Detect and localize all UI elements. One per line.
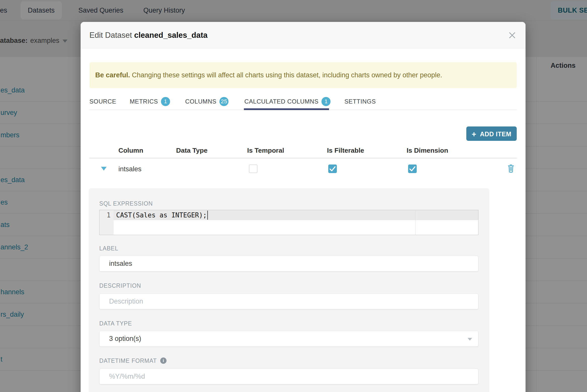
tab-label: SETTINGS bbox=[344, 98, 376, 105]
header-data-type: Data Type bbox=[176, 146, 208, 154]
tab-metrics[interactable]: METRICS1 bbox=[130, 96, 170, 107]
plus-icon: + bbox=[472, 130, 476, 139]
is-dimension-checkbox[interactable] bbox=[408, 165, 417, 173]
column-name: intsales bbox=[118, 165, 142, 174]
sql-code-text: CAST(Sales as INTEGER); bbox=[116, 211, 207, 219]
datetime-format-input[interactable]: %Y/%m/%d bbox=[99, 369, 478, 384]
is-filterable-checkbox[interactable] bbox=[328, 165, 337, 173]
tab-columns[interactable]: COLUMNS25 bbox=[185, 96, 229, 107]
datetime-format-label: DATETIME FORMATi bbox=[99, 357, 167, 364]
calculated-column-detail-panel: SQL EXPRESSION 1 CAST(Sales as INTEGER);… bbox=[89, 188, 489, 392]
text-cursor bbox=[207, 211, 208, 220]
description-label: DESCRIPTION bbox=[99, 282, 141, 289]
modal-header: Edit Dataset cleaned_sales_data bbox=[81, 22, 526, 48]
label-input[interactable]: intsales bbox=[99, 256, 478, 272]
header-is-dimension: Is Dimension bbox=[407, 146, 448, 154]
sql-code: CAST(Sales as INTEGER); bbox=[116, 210, 207, 220]
datetime-format-label-text: DATETIME FORMAT bbox=[99, 357, 157, 364]
sql-expression-editor[interactable]: 1 CAST(Sales as INTEGER); bbox=[99, 210, 478, 235]
check-icon bbox=[408, 165, 417, 173]
calculated-columns-count-badge: 1 bbox=[321, 97, 331, 106]
header-column: Column bbox=[118, 146, 143, 154]
dataset-name: cleaned_sales_data bbox=[134, 31, 207, 40]
active-tab-indicator bbox=[244, 108, 329, 110]
modal-title-prefix: Edit Dataset bbox=[89, 31, 134, 40]
edit-dataset-modal: Edit Dataset cleaned_sales_data Be caref… bbox=[81, 22, 526, 392]
close-icon[interactable] bbox=[508, 31, 516, 40]
sql-expression-label: SQL EXPRESSION bbox=[99, 200, 153, 207]
warning-banner: Be careful. Changing these settings will… bbox=[89, 62, 517, 88]
warning-bold-text: Be careful. bbox=[95, 71, 130, 79]
tab-settings[interactable]: SETTINGS bbox=[344, 96, 376, 107]
header-is-temporal: Is Temporal bbox=[247, 146, 284, 154]
is-temporal-checkbox[interactable] bbox=[249, 165, 257, 173]
info-icon[interactable]: i bbox=[160, 357, 167, 364]
delete-trash-icon[interactable] bbox=[507, 164, 514, 173]
tab-label: SOURCE bbox=[89, 98, 116, 105]
tab-label: COLUMNS bbox=[185, 98, 216, 105]
table-header-divider bbox=[89, 158, 517, 158]
editor-print-margin bbox=[415, 210, 415, 235]
modal-title: Edit Dataset cleaned_sales_data bbox=[89, 22, 208, 48]
tab-source[interactable]: SOURCE bbox=[89, 96, 116, 107]
add-item-label: ADD ITEM bbox=[480, 130, 511, 138]
check-icon bbox=[328, 165, 337, 173]
data-type-selected-value: 3 option(s) bbox=[109, 335, 141, 342]
description-input[interactable]: Description bbox=[99, 293, 478, 309]
editor-gutter: 1 bbox=[100, 210, 114, 235]
warning-text: Changing these settings will affect all … bbox=[130, 71, 442, 79]
tab-label: METRICS bbox=[130, 98, 158, 105]
tab-label: CALCULATED COLUMNS bbox=[244, 98, 318, 105]
tab-calculated-columns[interactable]: CALCULATED COLUMNS1 bbox=[244, 96, 331, 107]
data-type-select[interactable]: 3 option(s) bbox=[99, 331, 478, 347]
line-number: 1 bbox=[100, 210, 111, 220]
add-item-button[interactable]: +ADD ITEM bbox=[466, 126, 517, 141]
columns-count-badge: 25 bbox=[219, 97, 229, 106]
label-label: LABEL bbox=[99, 245, 118, 252]
chevron-down-icon bbox=[468, 338, 472, 341]
header-is-filterable: Is Filterable bbox=[327, 146, 364, 154]
metrics-count-badge: 1 bbox=[161, 97, 170, 106]
data-type-label: DATA TYPE bbox=[99, 320, 132, 327]
collapse-row-caret-icon[interactable] bbox=[101, 167, 107, 171]
